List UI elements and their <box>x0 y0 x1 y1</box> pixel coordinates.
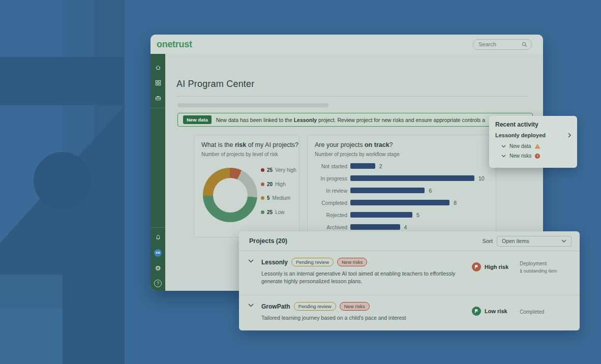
risk-block: High risk <box>472 262 520 271</box>
expand-chevron-icon[interactable] <box>248 258 261 263</box>
bell-icon[interactable] <box>151 230 165 245</box>
sidebar-divider <box>151 227 165 228</box>
project-row-growpath: GrowPath Pending review New risks Tailor… <box>239 295 580 330</box>
risk-donut-chart <box>203 168 257 222</box>
user-avatar[interactable]: KB <box>151 245 165 260</box>
bar-row: In progress10 <box>315 175 491 181</box>
legend-dot <box>261 210 264 214</box>
bar-row: Rejected5 <box>315 211 491 218</box>
bar <box>350 188 425 193</box>
background-stripe <box>0 309 63 364</box>
legend-dot <box>261 196 264 200</box>
new-risks-badge: New risks <box>340 302 370 311</box>
risk-block: Low risk <box>472 307 520 316</box>
pending-review-badge: Pending review <box>294 302 336 311</box>
activity-item[interactable]: New risks! <box>501 153 571 159</box>
sidebar-divider <box>151 108 165 108</box>
bar-row: Not started2 <box>315 163 491 169</box>
low-risk-flag-icon <box>472 307 481 316</box>
legend-item: 25Low <box>261 209 296 215</box>
chevron-right-icon <box>568 133 571 138</box>
recent-activity-title: Recent activity <box>495 121 571 128</box>
sort-label: Sort <box>483 238 493 244</box>
background-circle <box>34 152 91 209</box>
risk-chart-card: What is the risk of my AI projects? Numb… <box>194 135 299 237</box>
projects-briefcase-icon[interactable] <box>151 90 165 106</box>
search-icon <box>522 42 527 47</box>
project-description: Lessonly is an internal generative AI to… <box>261 270 465 285</box>
project-name[interactable]: Lessonly <box>261 259 288 266</box>
title-divider <box>176 96 529 97</box>
bar <box>350 163 375 169</box>
page-title: AI Program Center <box>176 79 254 89</box>
app-header: onetrust <box>151 35 543 54</box>
risk-legend: 25Very high20High5Medium25Low <box>261 167 296 215</box>
settings-gear-icon[interactable]: ⚙ <box>151 260 165 276</box>
bar-row: Archived4 <box>315 224 491 230</box>
workflow-chart-card: Are your projects on track? Number of pr… <box>307 135 496 237</box>
help-icon[interactable]: ? <box>151 276 165 291</box>
new-data-badge: New data <box>183 115 212 124</box>
skeleton-bar <box>177 103 328 107</box>
workflow-chart-subtitle: Number of projects by workflow stage <box>315 151 400 157</box>
bar <box>350 212 412 218</box>
apps-grid-icon[interactable] <box>151 75 165 90</box>
sidebar: KB ⚙ ? <box>151 54 165 291</box>
activity-event-row[interactable]: Lessonly deployed <box>495 132 571 138</box>
status-block: Completed <box>520 305 567 315</box>
bar <box>350 200 449 205</box>
workflow-bar-chart: Not started2In progress10In review6Compl… <box>315 163 491 230</box>
warning-triangle-icon <box>534 143 540 149</box>
status-block: Deployment 1 outstanding item <box>520 261 567 274</box>
recent-activity-panel: Recent activity Lessonly deployed New da… <box>489 116 577 168</box>
pending-review-badge: Pending review <box>291 258 334 266</box>
projects-panel: Projects (20) Sort Open items Lessonly P… <box>239 231 580 330</box>
risk-label: Low risk <box>485 308 507 314</box>
projects-header: Projects (20) Sort Open items <box>239 231 580 251</box>
chevron-down-icon <box>561 239 566 242</box>
risk-label: High risk <box>485 264 508 270</box>
bar <box>350 224 400 230</box>
bar-row: Completed8 <box>315 199 491 206</box>
project-stage: Deployment <box>520 261 567 266</box>
outstanding-items: 1 outstanding item <box>520 268 567 274</box>
project-row-lessonly: Lessonly Pending review New risks Lesson… <box>239 251 580 295</box>
bar-row: In review6 <box>315 187 491 194</box>
donut-hole <box>213 178 248 213</box>
project-status: Completed <box>520 309 567 315</box>
home-icon[interactable] <box>151 60 165 75</box>
sort-dropdown[interactable]: Open items <box>497 236 572 247</box>
search-input[interactable] <box>477 41 522 48</box>
bar <box>350 175 474 181</box>
legend-item: 5Medium <box>261 195 296 201</box>
background-rect <box>63 243 125 364</box>
activity-items: New dataNew risks! <box>495 143 571 159</box>
background-stripe <box>0 275 63 309</box>
project-description: Tailored learning journey based on a chi… <box>261 314 465 322</box>
activity-event-label: Lessonly deployed <box>495 132 546 138</box>
risk-chart-subtitle: Number of projects by level of risk <box>201 151 278 157</box>
chevron-down-icon <box>501 145 506 148</box>
projects-title: Projects (20) <box>249 237 287 245</box>
activity-item[interactable]: New data <box>501 143 571 149</box>
expand-chevron-icon[interactable] <box>248 302 261 307</box>
background-band <box>0 57 125 105</box>
chevron-down-icon <box>501 155 506 158</box>
legend-item: 25Very high <box>261 167 296 173</box>
banner-text: New data has been linked to the Lessonly… <box>216 117 485 123</box>
legend-item: 20High <box>261 181 296 187</box>
new-risks-badge: New risks <box>337 258 367 266</box>
risk-chart-title: What is the risk of my AI projects? <box>201 141 298 148</box>
error-circle-icon: ! <box>535 154 540 159</box>
legend-dot <box>261 168 264 172</box>
high-risk-flag-icon <box>472 262 481 271</box>
sort-value: Open items <box>502 238 529 244</box>
search-box[interactable] <box>473 39 532 50</box>
legend-dot <box>261 183 264 186</box>
background-rect <box>0 243 63 275</box>
onetrust-logo: onetrust <box>157 39 192 50</box>
project-name[interactable]: GrowPath <box>261 303 290 310</box>
new-data-banner: New data New data has been linked to the… <box>177 113 533 127</box>
workflow-chart-title: Are your projects on track? <box>315 141 393 148</box>
